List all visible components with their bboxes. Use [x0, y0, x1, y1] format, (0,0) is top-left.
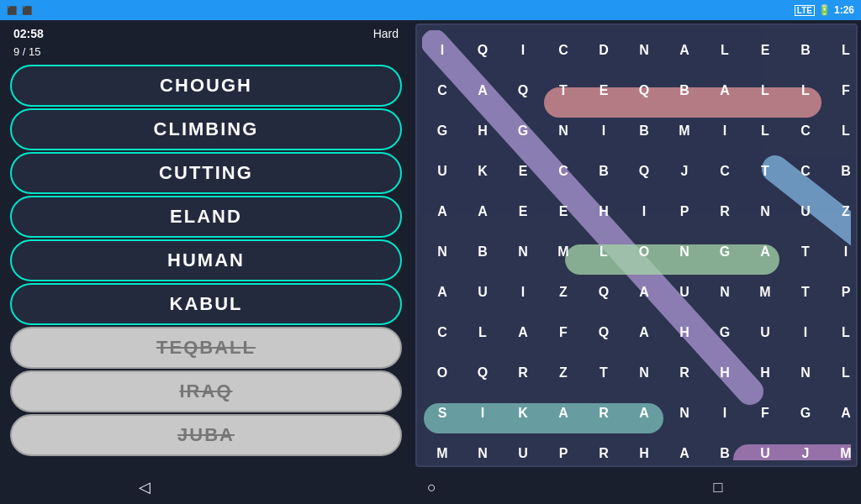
- word-button-juba[interactable]: JUBA: [10, 414, 402, 456]
- grid-cell-10-4[interactable]: R: [584, 433, 624, 467]
- grid-cell-9-3[interactable]: A: [543, 393, 584, 433]
- grid-cell-10-3[interactable]: P: [543, 433, 584, 467]
- grid-cell-0-5[interactable]: N: [624, 30, 664, 71]
- grid-cell-6-0[interactable]: A: [422, 272, 462, 312]
- grid-cell-6-4[interactable]: Q: [584, 272, 624, 312]
- grid-cell-1-9[interactable]: L: [785, 71, 826, 111]
- grid-cell-3-4[interactable]: B: [584, 151, 624, 192]
- grid-cell-10-9[interactable]: J: [785, 433, 826, 467]
- recent-button[interactable]: □: [713, 479, 722, 496]
- grid-cell-7-3[interactable]: F: [543, 312, 584, 353]
- grid-cell-8-4[interactable]: T: [584, 353, 624, 393]
- grid-cell-2-3[interactable]: N: [543, 111, 584, 151]
- grid-cell-2-10[interactable]: L: [826, 111, 858, 151]
- grid-cell-7-6[interactable]: H: [664, 312, 705, 353]
- grid-cell-9-0[interactable]: S: [422, 393, 462, 433]
- grid-cell-9-10[interactable]: A: [826, 393, 858, 433]
- grid-cell-4-4[interactable]: H: [584, 192, 624, 232]
- grid-cell-1-4[interactable]: E: [584, 71, 624, 111]
- grid-cell-4-2[interactable]: E: [503, 192, 543, 232]
- grid-cell-1-5[interactable]: Q: [624, 71, 664, 111]
- grid-cell-7-10[interactable]: L: [826, 312, 858, 353]
- grid-cell-5-8[interactable]: A: [745, 232, 785, 272]
- word-button-teqball[interactable]: TEQBALL: [10, 327, 402, 369]
- grid-cell-7-1[interactable]: L: [462, 312, 503, 353]
- grid-cell-2-9[interactable]: C: [785, 111, 826, 151]
- grid-cell-2-1[interactable]: H: [462, 111, 503, 151]
- grid-cell-4-8[interactable]: N: [745, 192, 785, 232]
- grid-cell-0-6[interactable]: A: [664, 30, 705, 71]
- grid-cell-10-6[interactable]: A: [664, 433, 705, 467]
- grid-cell-5-10[interactable]: I: [826, 232, 858, 272]
- grid-cell-3-2[interactable]: E: [503, 151, 543, 192]
- grid-cell-6-1[interactable]: U: [462, 272, 503, 312]
- grid-cell-6-8[interactable]: M: [745, 272, 785, 312]
- grid-cell-5-5[interactable]: O: [624, 232, 664, 272]
- grid-cell-3-5[interactable]: Q: [624, 151, 664, 192]
- word-button-kabul[interactable]: KABUL: [10, 283, 402, 325]
- grid-cell-5-6[interactable]: N: [664, 232, 705, 272]
- grid-cell-9-6[interactable]: N: [664, 393, 705, 433]
- grid-cell-9-8[interactable]: F: [745, 393, 785, 433]
- word-button-cutting[interactable]: CUTTING: [10, 152, 402, 194]
- word-button-chough[interactable]: CHOUGH: [10, 65, 402, 107]
- grid-cell-4-1[interactable]: A: [462, 192, 503, 232]
- grid-cell-7-8[interactable]: U: [745, 312, 785, 353]
- grid-cell-8-6[interactable]: R: [664, 353, 705, 393]
- grid-cell-4-7[interactable]: R: [705, 192, 745, 232]
- grid-cell-10-10[interactable]: M: [826, 433, 858, 467]
- grid-cell-9-1[interactable]: I: [462, 393, 503, 433]
- grid-cell-8-5[interactable]: N: [624, 353, 664, 393]
- grid-cell-1-3[interactable]: T: [543, 71, 584, 111]
- grid-cell-1-8[interactable]: L: [745, 71, 785, 111]
- grid-cell-5-1[interactable]: B: [462, 232, 503, 272]
- grid-cell-1-1[interactable]: A: [462, 71, 503, 111]
- grid-cell-6-10[interactable]: P: [826, 272, 858, 312]
- grid-cell-7-7[interactable]: G: [705, 312, 745, 353]
- grid-cell-5-3[interactable]: M: [543, 232, 584, 272]
- grid-cell-10-7[interactable]: B: [705, 433, 745, 467]
- grid-cell-6-6[interactable]: U: [664, 272, 705, 312]
- grid-cell-7-2[interactable]: A: [503, 312, 543, 353]
- grid-cell-9-7[interactable]: I: [705, 393, 745, 433]
- grid-cell-2-0[interactable]: G: [422, 111, 462, 151]
- grid-cell-6-9[interactable]: T: [785, 272, 826, 312]
- grid-cell-8-8[interactable]: H: [745, 353, 785, 393]
- grid-cell-1-10[interactable]: F: [826, 71, 858, 111]
- grid-cell-4-6[interactable]: P: [664, 192, 705, 232]
- grid-cell-10-1[interactable]: N: [462, 433, 503, 467]
- grid-cell-8-0[interactable]: O: [422, 353, 462, 393]
- grid-cell-2-2[interactable]: G: [503, 111, 543, 151]
- grid-cell-1-6[interactable]: B: [664, 71, 705, 111]
- grid-cell-7-4[interactable]: Q: [584, 312, 624, 353]
- grid-cell-10-2[interactable]: U: [503, 433, 543, 467]
- grid-cell-5-2[interactable]: N: [503, 232, 543, 272]
- grid-cell-5-7[interactable]: G: [705, 232, 745, 272]
- grid-cell-2-8[interactable]: L: [745, 111, 785, 151]
- grid-cell-6-7[interactable]: N: [705, 272, 745, 312]
- grid-cell-6-3[interactable]: Z: [543, 272, 584, 312]
- grid-cell-7-0[interactable]: C: [422, 312, 462, 353]
- grid-cell-9-5[interactable]: A: [624, 393, 664, 433]
- grid-cell-0-2[interactable]: I: [503, 30, 543, 71]
- grid-cell-4-0[interactable]: A: [422, 192, 462, 232]
- grid-cell-2-6[interactable]: M: [664, 111, 705, 151]
- grid-cell-3-0[interactable]: U: [422, 151, 462, 192]
- grid-cell-0-0[interactable]: I: [422, 30, 462, 71]
- word-button-human[interactable]: HUMAN: [10, 239, 402, 281]
- grid-cell-2-5[interactable]: B: [624, 111, 664, 151]
- grid-cell-3-8[interactable]: T: [745, 151, 785, 192]
- grid-cell-2-7[interactable]: I: [705, 111, 745, 151]
- grid-cell-0-4[interactable]: D: [584, 30, 624, 71]
- grid-cell-0-9[interactable]: B: [785, 30, 826, 71]
- grid-cell-6-5[interactable]: A: [624, 272, 664, 312]
- grid-cell-3-9[interactable]: C: [785, 151, 826, 192]
- grid-cell-10-5[interactable]: H: [624, 433, 664, 467]
- grid-cell-8-10[interactable]: L: [826, 353, 858, 393]
- word-button-climbing[interactable]: CLIMBING: [10, 108, 402, 150]
- grid-cell-10-8[interactable]: U: [745, 433, 785, 467]
- word-button-eland[interactable]: ELAND: [10, 196, 402, 238]
- grid-cell-5-4[interactable]: L: [584, 232, 624, 272]
- grid-cell-8-7[interactable]: H: [705, 353, 745, 393]
- grid-cell-4-9[interactable]: U: [785, 192, 826, 232]
